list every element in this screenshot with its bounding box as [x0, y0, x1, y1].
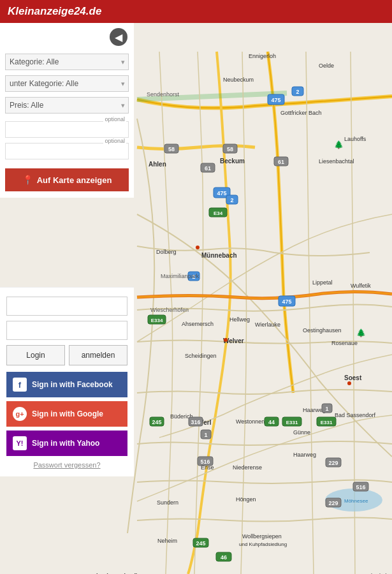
app-title: Kleinanzeige24.de — [8, 5, 101, 18]
back-button-row: ◀ — [0, 23, 134, 51]
svg-text:316: 316 — [191, 419, 200, 425]
anmelden-button[interactable]: anmelden — [69, 345, 127, 365]
svg-text:Münnebach: Münnebach — [201, 252, 237, 259]
svg-text:Maximilianpark: Maximilianpark — [161, 273, 200, 279]
svg-text:Möhnesee: Möhnesee — [344, 498, 368, 504]
svg-text:Oelde: Oelde — [319, 63, 334, 69]
svg-text:E331: E331 — [321, 420, 333, 425]
login-buttons-row: Login anmelden — [6, 345, 127, 365]
svg-text:Lauhoffs: Lauhoffs — [344, 136, 367, 142]
svg-text:🌲: 🌲 — [356, 328, 366, 337]
svg-text:Neubeckum: Neubeckum — [223, 77, 254, 83]
unter-filter-row: unter Kategorie: Alle — [0, 73, 134, 94]
svg-text:Oestinghausen: Oestinghausen — [303, 327, 342, 334]
svg-text:Hellweg: Hellweg — [229, 316, 250, 323]
app-header: Kleinanzeige24.de — [0, 0, 392, 23]
svg-text:Höngen: Höngen — [236, 496, 256, 503]
svg-text:Wulfetik: Wulfetik — [351, 283, 371, 289]
svg-text:Günne: Günne — [293, 429, 310, 436]
svg-text:Sundern: Sundern — [157, 499, 178, 506]
yahoo-icon: Y! — [13, 436, 27, 450]
svg-text:Rosenaue: Rosenaue — [331, 340, 358, 346]
svg-text:58: 58 — [168, 146, 175, 152]
optional-field-2: optional — [5, 143, 129, 159]
svg-point-95 — [347, 381, 351, 385]
svg-text:Soest: Soest — [344, 374, 362, 381]
yahoo-signin-button[interactable]: Y! Sign in with Yahoo — [6, 430, 127, 456]
facebook-label: Sign in with Facebook — [32, 380, 113, 389]
svg-text:229: 229 — [328, 460, 338, 466]
facebook-signin-button[interactable]: f Sign in with Facebook — [6, 372, 127, 397]
svg-text:Liesenbachtal: Liesenbachtal — [319, 158, 354, 165]
yahoo-label: Sign in with Yahoo — [32, 439, 99, 448]
svg-text:475: 475 — [282, 298, 291, 305]
svg-text:1: 1 — [204, 432, 207, 438]
back-button[interactable]: ◀ — [110, 28, 127, 46]
optional-input-2[interactable] — [5, 143, 129, 159]
svg-text:Ahsemersch: Ahsemersch — [182, 321, 214, 327]
password-input[interactable] — [6, 321, 127, 340]
google-icon: g+ — [13, 407, 27, 421]
svg-text:61: 61 — [205, 165, 211, 172]
optional-label-2: optional — [103, 138, 126, 144]
svg-text:245: 245 — [152, 419, 161, 425]
forgot-password-link[interactable]: Passwort vergessen? — [6, 461, 127, 469]
svg-text:516: 516 — [356, 484, 365, 490]
kategorie-filter-row: Kategorie: Alle — [0, 51, 134, 73]
kategorie-select[interactable]: Kategorie: Alle — [5, 54, 129, 70]
preis-select[interactable]: Preis: Alle — [5, 97, 129, 114]
map-pin-icon: 📍 — [22, 175, 33, 185]
svg-text:2: 2 — [230, 197, 233, 203]
svg-text:475: 475 — [271, 97, 280, 103]
svg-text:Wollbergsiepen: Wollbergsiepen — [242, 533, 282, 540]
svg-text:2: 2 — [296, 89, 299, 95]
optional-input-1[interactable] — [5, 121, 129, 138]
svg-text:Gottfricker Bach: Gottfricker Bach — [280, 110, 322, 116]
svg-text:E331: E331 — [286, 420, 298, 425]
svg-text:Wiescherhöfen: Wiescherhöfen — [150, 307, 189, 313]
svg-text:58: 58 — [227, 146, 233, 152]
svg-text:🌲: 🌲 — [334, 140, 344, 149]
svg-text:Wierlauke: Wierlauke — [255, 321, 280, 328]
svg-text:Neheim: Neheim — [157, 538, 177, 544]
facebook-icon: f — [13, 378, 27, 392]
svg-text:44: 44 — [268, 419, 275, 425]
svg-text:und Kuhpfadsiedlung: und Kuhpfadsiedlung — [239, 541, 287, 547]
google-label: Sign in with Google — [32, 409, 103, 418]
svg-text:61: 61 — [278, 159, 284, 165]
unter-select[interactable]: unter Kategorie: Alle — [5, 75, 129, 92]
login-button[interactable]: Login — [6, 345, 65, 365]
anmelden-button-label: anmelden — [82, 351, 115, 360]
google-signin-button[interactable]: g+ Sign in with Google — [6, 401, 127, 427]
svg-text:Dolberg: Dolberg — [156, 249, 177, 255]
svg-text:46: 46 — [221, 554, 227, 561]
svg-text:E334: E334 — [151, 318, 163, 323]
login-button-label: Login — [26, 351, 45, 360]
svg-text:475: 475 — [217, 190, 226, 196]
optional-label-1: optional — [103, 116, 126, 122]
svg-text:Lippetal: Lippetal — [312, 279, 333, 286]
svg-text:Beckum: Beckum — [220, 158, 245, 165]
map-button-label: Auf Karte anzeigen — [37, 175, 112, 185]
username-input[interactable] — [6, 297, 127, 316]
map-display-button[interactable]: 📍 Auf Karte anzeigen — [5, 168, 129, 191]
svg-point-94 — [224, 338, 228, 342]
svg-text:E34: E34 — [214, 210, 223, 216]
map-button-row: 📍 Auf Karte anzeigen — [0, 162, 134, 198]
svg-text:Scheidingen: Scheidingen — [185, 353, 217, 359]
login-panel: Login anmelden f Sign in with Facebook g… — [0, 287, 134, 476]
svg-text:229: 229 — [328, 500, 338, 506]
filter-panel: ◀ Kategorie: Alle unter Kategorie: Alle … — [0, 23, 134, 198]
svg-text:Bad Sassendorf: Bad Sassendorf — [335, 412, 376, 418]
optional-field-1: optional — [5, 121, 129, 138]
svg-text:Westonnen: Westonnen — [236, 418, 265, 425]
svg-text:Haarweg: Haarweg — [293, 452, 316, 458]
svg-text:245: 245 — [196, 540, 205, 547]
svg-text:Ahlen: Ahlen — [149, 161, 166, 168]
svg-text:Sendenhorst: Sendenhorst — [147, 91, 180, 98]
preis-filter-row: Preis: Alle — [0, 94, 134, 116]
svg-text:Ennigerloh: Ennigerloh — [249, 53, 276, 59]
svg-point-93 — [196, 246, 200, 249]
svg-text:Niederense: Niederense — [233, 464, 262, 471]
svg-text:516: 516 — [200, 459, 210, 465]
